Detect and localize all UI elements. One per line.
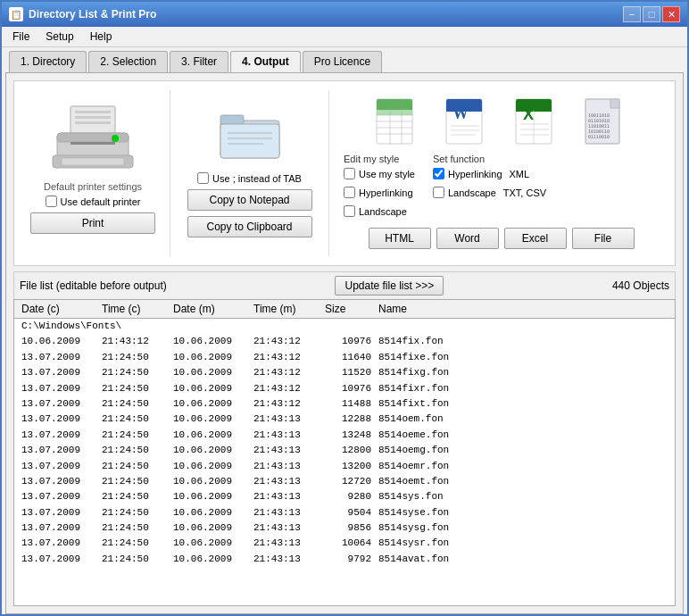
svg-rect-26 xyxy=(390,110,402,115)
cell-timec: 21:43:12 xyxy=(98,335,170,348)
hyperlinking-right-label: Hyperlinking xyxy=(448,169,502,179)
use-my-style-label: Use my style xyxy=(359,169,415,179)
word-icon-wrap: W xyxy=(436,97,498,146)
copy-to-notepad-button[interactable]: Copy to Notepad xyxy=(187,189,312,211)
cell-datem: 10.06.2009 xyxy=(170,366,250,379)
hyperlinking-right-row: Hyperlinking XML xyxy=(433,168,546,179)
svg-text:01110010: 01110010 xyxy=(588,134,610,139)
tab-directory[interactable]: 1. Directory xyxy=(9,51,87,72)
hyperlinking-right-checkbox[interactable] xyxy=(433,168,444,179)
cell-name: 8514sys.fon xyxy=(375,490,671,504)
file-count: 440 Objects xyxy=(612,279,669,292)
tab-output[interactable]: 4. Output xyxy=(230,51,301,72)
cell-name: 8514oeme.fon xyxy=(375,429,671,442)
cell-datem: 10.06.2009 xyxy=(170,537,250,550)
cell-timec: 21:24:50 xyxy=(98,412,170,426)
cell-datec: 13.07.2009 xyxy=(18,412,98,426)
minimize-button[interactable]: − xyxy=(623,6,641,22)
tab-selection[interactable]: 2. Selection xyxy=(88,51,168,72)
cell-datem: 10.06.2009 xyxy=(170,460,250,473)
table-row: 10.06.2009 21:43:12 10.06.2009 21:43:12 … xyxy=(18,334,671,349)
excel-button[interactable]: Excel xyxy=(504,228,567,249)
cell-timec: 21:24:50 xyxy=(98,397,170,411)
table-row: 13.07.2009 21:24:50 10.06.2009 21:43:12 … xyxy=(18,396,671,412)
tab-pro-licence[interactable]: Pro Licence xyxy=(303,51,382,72)
table-row: 13.07.2009 21:24:50 10.06.2009 21:43:13 … xyxy=(18,459,671,474)
hyperlinking-left-checkbox[interactable] xyxy=(344,187,355,198)
menu-help[interactable]: Help xyxy=(83,29,120,45)
semicolon-row: Use ; instead of TAB xyxy=(197,172,302,184)
cell-datec: 13.07.2009 xyxy=(18,475,98,488)
cell-timec: 21:24:50 xyxy=(98,537,170,550)
set-function-label: Set function xyxy=(433,154,546,164)
update-file-list-button[interactable]: Update file list >>> xyxy=(335,276,444,296)
landscape-checkbox[interactable] xyxy=(344,205,355,217)
cell-size: 11488 xyxy=(321,397,375,411)
hyperlinking-left-label: Hyperlinking xyxy=(359,187,413,198)
cell-datec: 13.07.2009 xyxy=(18,382,98,395)
options-row: Edit my style Use my style Hyperlinking … xyxy=(344,154,659,222)
cell-datec: 13.07.2009 xyxy=(18,397,98,411)
copy-to-clipboard-button[interactable]: Copy to Clipboard xyxy=(187,216,312,237)
cell-size: 10976 xyxy=(321,335,375,348)
cell-timec: 21:24:50 xyxy=(98,366,170,379)
col-datem: Date (m) xyxy=(170,302,250,316)
svg-text:W: W xyxy=(452,104,469,122)
use-semicolon-checkbox[interactable] xyxy=(197,172,209,184)
cell-datem: 10.06.2009 xyxy=(170,335,250,348)
cell-size: 13200 xyxy=(321,460,375,473)
table-row: 13.07.2009 21:24:50 10.06.2009 21:43:13 … xyxy=(18,428,671,443)
cell-datem: 10.06.2009 xyxy=(170,429,250,442)
close-button[interactable]: ✕ xyxy=(662,6,680,22)
print-button[interactable]: Print xyxy=(30,212,155,234)
cell-size: 9280 xyxy=(321,490,375,504)
tabs-bar: 1. Directory 2. Selection 3. Filter 4. O… xyxy=(2,47,687,72)
cell-timec: 21:24:50 xyxy=(98,553,170,566)
html-button[interactable]: HTML xyxy=(369,228,431,249)
semicolon-label: Use ; instead of TAB xyxy=(212,173,302,184)
cell-datec: 13.07.2009 xyxy=(18,366,98,379)
table-row: 13.07.2009 21:24:50 10.06.2009 21:43:13 … xyxy=(18,505,671,520)
xml-label: XML xyxy=(510,169,530,179)
file-button[interactable]: File xyxy=(572,228,635,249)
cell-datem: 10.06.2009 xyxy=(170,490,250,504)
cell-datec: 10.06.2009 xyxy=(18,335,98,348)
cell-name: 8514fixe.fon xyxy=(375,351,671,364)
directory-row: C:\Windows\Fonts\ xyxy=(18,319,671,334)
cell-name: 8514sysg.fon xyxy=(375,521,671,535)
txtcsv-label: TXT, CSV xyxy=(503,187,546,198)
use-default-printer-checkbox[interactable] xyxy=(46,196,57,207)
cell-name: 8514oemr.fon xyxy=(375,460,671,473)
hyperlinking-left-row: Hyperlinking xyxy=(344,187,415,198)
cell-name: 8514fixg.fon xyxy=(375,366,671,379)
set-function-col: Set function Hyperlinking XML Landscape … xyxy=(433,154,546,222)
cell-datec: 13.07.2009 xyxy=(18,537,98,550)
menu-file[interactable]: File xyxy=(5,29,37,45)
file-icon-wrap: 10011010 01101010 11010011 10100110 0111… xyxy=(575,97,637,146)
cell-size: 12720 xyxy=(321,475,375,488)
menu-setup[interactable]: Setup xyxy=(38,29,80,45)
output-icons-row: W X xyxy=(366,97,637,146)
svg-rect-11 xyxy=(220,115,244,124)
printer-icon xyxy=(39,97,146,178)
cell-timec: 21:24:50 xyxy=(98,444,170,457)
menu-bar: File Setup Help xyxy=(2,27,687,47)
maximize-button[interactable]: □ xyxy=(643,6,660,22)
file-table-container: Date (c) Time (c) Date (m) Time (m) Size… xyxy=(13,299,676,606)
cell-datec: 13.07.2009 xyxy=(18,429,98,442)
cell-timem: 21:43:12 xyxy=(250,335,321,348)
cell-datec: 13.07.2009 xyxy=(18,351,98,364)
svg-rect-12 xyxy=(220,124,279,158)
svg-rect-2 xyxy=(75,116,111,119)
cell-timec: 21:24:50 xyxy=(98,351,170,364)
tab-filter[interactable]: 3. Filter xyxy=(170,51,228,72)
col-size: Size xyxy=(321,302,375,316)
cell-timec: 21:24:50 xyxy=(98,460,170,473)
table-row: 13.07.2009 21:24:50 10.06.2009 21:43:13 … xyxy=(18,489,671,504)
use-my-style-checkbox[interactable] xyxy=(344,168,355,179)
file-table-body[interactable]: C:\Windows\Fonts\ 10.06.2009 21:43:12 10… xyxy=(14,319,675,605)
title-bar: 📋 Directory List & Print Pro − □ ✕ xyxy=(2,2,687,27)
landscape-right-checkbox[interactable] xyxy=(433,187,444,198)
output-buttons-row: HTML Word Excel File xyxy=(369,228,635,249)
word-button[interactable]: Word xyxy=(436,228,499,249)
